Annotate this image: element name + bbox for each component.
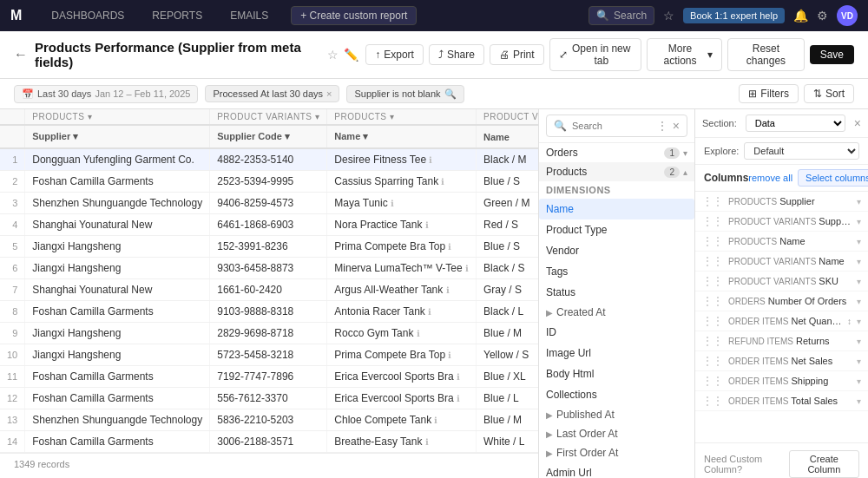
drag-handle-icon[interactable]: ⋮⋮ — [702, 295, 723, 307]
nav-reports[interactable]: REPORTS — [147, 6, 207, 25]
dim-item[interactable]: Vendor — [539, 240, 694, 261]
dim-item-group[interactable]: ▶Last Order At — [539, 424, 694, 443]
table-row: 14 Foshan Camilla Garments 3006-2188-357… — [0, 431, 538, 453]
drag-handle-icon[interactable]: ⋮⋮ — [702, 335, 723, 347]
products-section-label: Products — [546, 166, 587, 178]
chevron-down-icon[interactable]: ▾ — [857, 297, 861, 306]
remove-all-btn[interactable]: remove all — [748, 173, 792, 183]
explore-select[interactable]: Default — [744, 142, 859, 160]
bell-icon[interactable]: 🔔 — [793, 9, 808, 23]
chevron-down-icon[interactable]: ▾ — [857, 377, 861, 386]
export-btn[interactable]: ↑ Export — [365, 44, 424, 65]
table-row: 4 Shanghai Younatural New 6461-1868-6903… — [0, 214, 538, 236]
panel-search-input[interactable] — [572, 121, 652, 131]
top-nav: M DASHBOARDS REPORTS EMAILS + Create cus… — [0, 0, 868, 31]
dim-item[interactable]: Collections — [539, 384, 694, 405]
page-header: ← Products Performance (Supplier from me… — [0, 31, 868, 79]
chevron-down-icon[interactable]: ▾ — [857, 237, 861, 246]
chevron-down-icon[interactable]: ▾ — [857, 217, 861, 226]
chevron-down-icon[interactable]: ▾ — [857, 357, 861, 366]
filters-btn[interactable]: ⊞ Filters — [739, 84, 799, 103]
chevron-down-icon[interactable]: ▾ — [857, 396, 861, 406]
row-num: 12 — [0, 388, 25, 409]
cell-code: 6461-1868-6903 — [210, 214, 327, 236]
row-num: 7 — [0, 279, 25, 301]
create-column-btn[interactable]: Create Column — [789, 450, 859, 478]
chevron-down-icon[interactable]: ▾ — [857, 277, 861, 286]
chevron-right-icon: ▶ — [546, 308, 553, 318]
select-columns-btn[interactable]: Select columns — [798, 169, 868, 187]
chevron-down-icon[interactable]: ▾ — [857, 317, 861, 326]
user-avatar[interactable]: VD — [837, 5, 858, 26]
date-range-chip[interactable]: 📅 Last 30 days Jan 12 – Feb 11, 2025 — [14, 85, 198, 103]
book-expert-btn[interactable]: Book 1:1 expert help — [683, 8, 785, 23]
star-icon[interactable]: ☆ — [663, 9, 674, 23]
nav-dashboards[interactable]: DASHBOARDS — [46, 6, 129, 25]
cell-supplier: Jiangxi Hangsheng — [25, 236, 210, 258]
print-btn[interactable]: 🖨 Print — [490, 44, 544, 65]
drag-handle-icon[interactable]: ⋮⋮ — [702, 395, 723, 407]
chevron-down-icon[interactable]: ▾ — [857, 337, 861, 346]
drag-handle-icon[interactable]: ⋮⋮ — [702, 195, 723, 207]
dim-item[interactable]: Name — [539, 199, 694, 219]
close-panel-btn[interactable]: × — [854, 116, 861, 130]
drag-handle-icon[interactable]: ⋮⋮ — [702, 255, 723, 267]
dim-item[interactable]: Product Type — [539, 219, 694, 240]
col-variant-name[interactable]: Name — [477, 125, 538, 148]
dim-item[interactable]: Image Url — [539, 343, 694, 363]
section-select[interactable]: Data — [746, 115, 845, 132]
drag-handle-icon[interactable]: ⋮⋮ — [702, 355, 723, 367]
reset-changes-btn[interactable]: Reset changes — [727, 38, 804, 71]
products-section-header[interactable]: Products 2 ▴ — [539, 162, 694, 181]
main-layout: PRODUCTS ▾ PRODUCT VARIANTS ▾ PRODUCTS ▾… — [0, 109, 868, 478]
drag-handle-icon[interactable]: ⋮⋮ — [702, 275, 723, 287]
create-custom-report-btn[interactable]: + Create custom report — [291, 6, 417, 25]
search-panel: 🔍 ⋮ × Orders 1 ▾ Products 2 ▴ — [538, 109, 694, 478]
supplier-filter-chip[interactable]: Supplier is not blank 🔍 — [346, 85, 464, 103]
cell-variant: Blue / S — [477, 171, 538, 193]
save-btn[interactable]: Save — [810, 45, 854, 64]
dim-item[interactable]: Tags — [539, 261, 694, 282]
row-num: 14 — [0, 431, 25, 453]
panel-options-icon[interactable]: ⋮ — [657, 120, 667, 132]
dim-item[interactable]: Body Html — [539, 363, 694, 384]
sort-icon[interactable]: ↕ — [847, 317, 852, 326]
more-actions-btn[interactable]: More actions ▾ — [647, 38, 722, 71]
dim-item[interactable]: Status — [539, 282, 694, 303]
dim-item-group[interactable]: ▶Published At — [539, 405, 694, 424]
search-filter-icon[interactable]: 🔍 — [444, 88, 457, 100]
share-icon: ⤴ — [438, 49, 444, 61]
dim-item-group[interactable]: ▶First Order At — [539, 443, 694, 462]
processed-filter-chip[interactable]: Processed At last 30 days × — [205, 85, 339, 102]
drag-handle-icon[interactable]: ⋮⋮ — [702, 315, 723, 327]
star-page-icon[interactable]: ☆ — [327, 48, 339, 62]
dim-item[interactable]: ID — [539, 322, 694, 343]
cell-name: Breathe-Easy Tank ℹ — [327, 431, 477, 453]
settings-icon[interactable]: ⚙ — [817, 9, 828, 23]
dim-item-group[interactable]: ▶Created At — [539, 303, 694, 322]
panel-close-icon[interactable]: × — [673, 119, 680, 133]
cell-name: Prima Compete Bra Top ℹ — [327, 236, 477, 258]
share-btn[interactable]: ⤴ Share — [429, 44, 484, 65]
chevron-down-icon[interactable]: ▾ — [857, 197, 861, 206]
drag-handle-icon[interactable]: ⋮⋮ — [702, 375, 723, 387]
orders-section-header[interactable]: Orders 1 ▾ — [539, 143, 694, 162]
drag-handle-icon[interactable]: ⋮⋮ — [702, 235, 723, 247]
cell-name: Minerva LumaTech™ V-Tee ℹ — [327, 258, 477, 279]
back-btn[interactable]: ← — [14, 47, 28, 62]
table-row: 9 Jiangxi Hangsheng 2829-9698-8718 Rocco… — [0, 323, 538, 344]
col-name[interactable]: Name ▾ — [327, 125, 477, 148]
chevron-down-icon[interactable]: ▾ — [857, 257, 861, 266]
open-new-tab-btn[interactable]: ⤢ Open in new tab — [549, 38, 641, 71]
drag-handle-icon[interactable]: ⋮⋮ — [702, 215, 723, 227]
col-supplier-code[interactable]: Supplier Code ▾ — [210, 125, 327, 148]
nav-emails[interactable]: EMAILS — [225, 6, 273, 25]
dim-item[interactable]: Admin Url — [539, 462, 694, 478]
sort-btn[interactable]: ⇅ Sort — [804, 84, 854, 103]
close-chip-icon[interactable]: × — [326, 88, 332, 99]
col-supplier[interactable]: Supplier ▾ — [25, 125, 210, 148]
edit-page-icon[interactable]: ✏️ — [344, 48, 358, 62]
sort-icon: ⇅ — [813, 88, 822, 100]
panel-search-icon: 🔍 — [554, 120, 567, 132]
cell-supplier: Shanghai Younatural New — [25, 214, 210, 236]
